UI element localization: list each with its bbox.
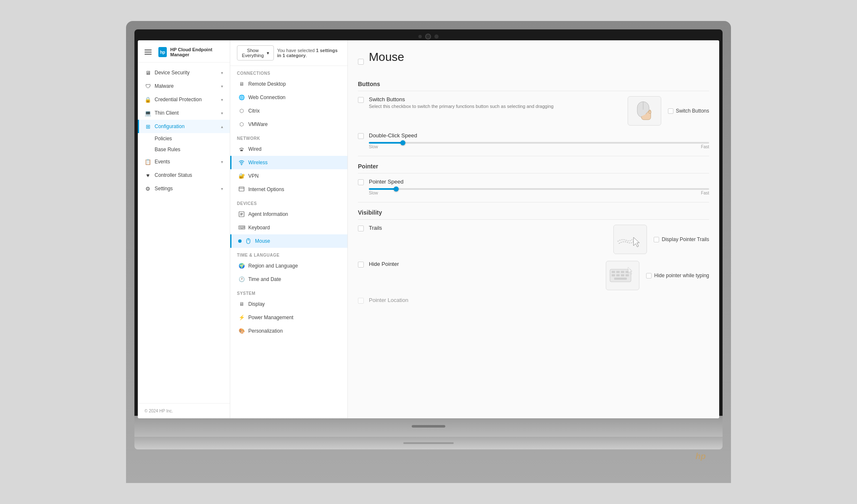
mouse-title-checkbox[interactable] xyxy=(358,59,364,65)
pointer-speed-slider-track[interactable] xyxy=(369,188,709,190)
sidebar-item-configuration[interactable]: ⊞ Configuration ▴ xyxy=(138,120,230,133)
vmware-label: VMWare xyxy=(248,121,268,127)
sidebar-item-settings[interactable]: ⚙ Settings ▾ xyxy=(138,182,230,195)
thin-client-icon: 💻 xyxy=(145,110,151,116)
vmware-icon: ⬡ xyxy=(238,121,245,128)
sidebar-item-device-security[interactable]: 🖥 Device Security ▾ xyxy=(138,66,230,79)
middle-item-wireless[interactable]: Wireless xyxy=(230,156,347,169)
double-click-slider-fill xyxy=(369,142,403,144)
sidebar-item-malware[interactable]: 🛡 Malware ▾ xyxy=(138,79,230,93)
screen-bezel: hp HP Cloud Endpoint Manager 🖥 Device Se… xyxy=(134,29,723,416)
wireless-label: Wireless xyxy=(248,160,268,165)
time-date-icon: 🕐 xyxy=(238,276,245,283)
chevron-down-icon: ▾ xyxy=(221,71,223,75)
chevron-down-icon: ▾ xyxy=(221,97,223,102)
sidebar-item-credential-protection[interactable]: 🔒 Credential Protection ▾ xyxy=(138,93,230,106)
svg-point-2 xyxy=(241,165,242,165)
middle-item-internet-options[interactable]: Internet Options xyxy=(230,183,347,196)
hide-pointer-preview xyxy=(606,261,639,290)
hide-pointer-checkbox[interactable] xyxy=(358,262,364,268)
pointer-visibility-divider xyxy=(358,202,709,202)
middle-item-citrix[interactable]: ⬡ Citrix xyxy=(230,104,347,118)
svg-rect-3 xyxy=(239,187,244,191)
mouse-label: Mouse xyxy=(255,238,270,244)
double-click-slow-label: Slow xyxy=(369,144,378,149)
middle-item-display[interactable]: 🖥 Display xyxy=(230,297,347,311)
malware-label: Malware xyxy=(155,83,218,89)
keyboard-label: Keyboard xyxy=(248,225,270,231)
hide-pointer-sub-label: Hide pointer while typing xyxy=(654,273,709,278)
citrix-icon: ⬡ xyxy=(238,108,245,114)
sidebar-sub-item-policies[interactable]: Policies xyxy=(138,133,230,144)
internet-options-icon xyxy=(238,186,245,193)
page-title: Mouse xyxy=(369,50,404,64)
show-everything-button[interactable]: Show Everything ▾ xyxy=(237,45,274,60)
double-click-slider-track[interactable] xyxy=(369,142,709,144)
pointer-speed-checkbox[interactable] xyxy=(358,179,364,185)
pointer-speed-slow-label: Slow xyxy=(369,191,378,195)
settings-icon: ⚙ xyxy=(145,185,151,192)
trails-sub-checkbox[interactable] xyxy=(654,237,659,242)
laptop-hinge xyxy=(403,442,454,444)
camera-indicator-dot xyxy=(418,35,422,38)
sidebar-item-events[interactable]: 📋 Events ▾ xyxy=(138,155,230,168)
middle-item-web-connection[interactable]: 🌐 Web Connection xyxy=(230,91,347,104)
camera-lens xyxy=(425,34,431,39)
middle-item-personalization[interactable]: 🎨 Personalization xyxy=(230,324,347,338)
pointer-speed-slider-thumb[interactable] xyxy=(394,186,399,192)
base-rules-label: Base Rules xyxy=(155,147,180,152)
web-connection-label: Web Connection xyxy=(248,94,286,100)
middle-item-vpn[interactable]: 🔐 VPN xyxy=(230,169,347,183)
buttons-pointer-divider xyxy=(358,156,709,156)
configuration-label: Configuration xyxy=(155,123,218,129)
remote-desktop-icon: 🖥 xyxy=(238,81,245,87)
switch-buttons-sub-checkbox[interactable] xyxy=(668,108,673,114)
svg-rect-21 xyxy=(621,274,624,276)
hide-pointer-info: Hide Pointer xyxy=(369,261,601,267)
double-click-speed-checkbox[interactable] xyxy=(358,133,364,139)
double-click-speed-row: Double-Click Speed Slow Fast xyxy=(358,132,709,149)
trails-checkbox[interactable] xyxy=(358,226,364,231)
sidebar-item-thin-client[interactable]: 💻 Thin Client ▾ xyxy=(138,106,230,120)
camera-indicator xyxy=(434,34,439,39)
middle-item-region-language[interactable]: 🌍 Region and Language xyxy=(230,259,347,273)
middle-item-power-management[interactable]: ⚡ Power Management xyxy=(230,311,347,324)
middle-item-wired[interactable]: Wired xyxy=(230,142,347,156)
settings-label: Settings xyxy=(155,186,218,192)
middle-item-keyboard[interactable]: ⌨ Keyboard xyxy=(230,221,347,234)
sidebar-header: hp HP Cloud Endpoint Manager xyxy=(138,40,230,63)
middle-item-mouse[interactable]: Mouse xyxy=(230,234,347,248)
thin-client-label: Thin Client xyxy=(155,110,218,116)
hamburger-menu-button[interactable] xyxy=(145,48,152,56)
middle-item-remote-desktop[interactable]: 🖥 Remote Desktop xyxy=(230,77,347,91)
svg-rect-20 xyxy=(616,274,620,276)
agent-information-icon xyxy=(238,211,245,218)
pointer-location-checkbox[interactable] xyxy=(358,298,364,304)
system-section-label: SYSTEM xyxy=(230,286,347,297)
svg-rect-23 xyxy=(614,278,627,280)
trails-sub-option: Display Pointer Trails xyxy=(654,236,709,242)
switch-buttons-sub-label: Switch Buttons xyxy=(676,108,709,114)
double-click-slider-labels: Slow Fast xyxy=(369,144,709,149)
middle-item-agent-information[interactable]: Agent Information xyxy=(230,207,347,221)
display-icon: 🖥 xyxy=(238,301,245,307)
malware-icon: 🛡 xyxy=(145,83,151,89)
sidebar: hp HP Cloud Endpoint Manager 🖥 Device Se… xyxy=(138,40,230,418)
region-language-icon: 🌍 xyxy=(238,262,245,269)
middle-item-vmware[interactable]: ⬡ VMWare xyxy=(230,118,347,131)
trackpad-bar xyxy=(412,425,445,428)
sidebar-sub-item-base-rules[interactable]: Base Rules xyxy=(138,144,230,155)
events-icon: 📋 xyxy=(145,158,151,165)
hide-pointer-sub-checkbox[interactable] xyxy=(646,273,652,278)
power-management-label: Power Management xyxy=(248,315,293,320)
switch-buttons-checkbox[interactable] xyxy=(358,97,364,103)
trails-name: Trails xyxy=(369,225,608,231)
sidebar-footer: © 2024 HP Inc. xyxy=(138,403,230,418)
events-label: Events xyxy=(155,159,218,165)
svg-rect-22 xyxy=(626,274,629,276)
middle-item-time-date[interactable]: 🕐 Time and Date xyxy=(230,273,347,286)
region-language-label: Region and Language xyxy=(248,263,298,269)
double-click-slider-thumb[interactable] xyxy=(400,140,405,145)
sidebar-item-controller-status[interactable]: ♥ Controller Status xyxy=(138,168,230,182)
vpn-icon: 🔐 xyxy=(238,173,245,179)
